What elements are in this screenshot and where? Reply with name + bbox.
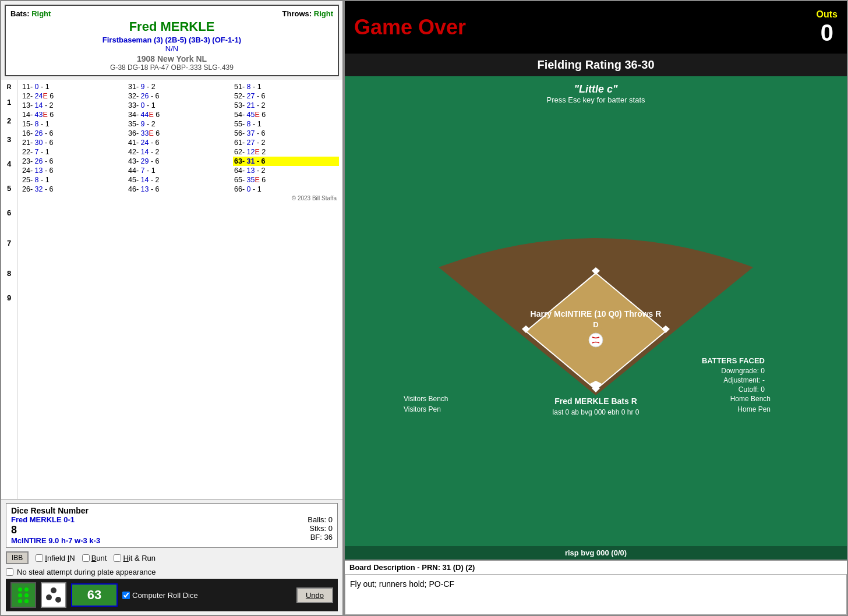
bf-row: BF: 36	[308, 533, 333, 541]
entry-63: 63- 31 - 6	[233, 157, 339, 166]
dice-dot-row-3	[18, 599, 29, 603]
entry-31: 31- 9 - 2	[127, 82, 233, 91]
entry-21: 21- 30 - 6	[21, 138, 127, 147]
white-dice	[41, 582, 66, 608]
downgrade-text: Downgrade: 0	[721, 367, 765, 375]
little-c-label: "Little c"	[345, 76, 847, 95]
bunt-checkbox[interactable]	[82, 554, 90, 562]
row-7: 7	[7, 228, 11, 258]
row-2: 2	[7, 111, 11, 130]
entry-61: 61- 27 - 2	[233, 138, 339, 147]
cutoff-text: Cutoff: 0	[739, 385, 765, 394]
entry-65: 65- 35E 6	[233, 175, 339, 185]
dice-result-section: Dice Result Number Fred MERKLE 0-1 8 McI…	[6, 503, 338, 548]
pitcher-d-text: D	[593, 320, 598, 329]
entry-25: 25- 8 - 1	[21, 175, 127, 185]
dice-result-display: 63	[71, 583, 118, 607]
balls-val: 0	[328, 515, 333, 524]
dice-result-player: Fred MERKLE 0-1	[11, 515, 100, 524]
green-dice	[10, 582, 36, 608]
no-steal-checkbox[interactable]	[6, 568, 13, 576]
bf-val: 36	[324, 533, 333, 541]
entry-64: 64- 13 - 2	[233, 166, 339, 175]
outs-value: 0	[817, 20, 838, 46]
dice-result-title: Dice Result Number	[11, 506, 333, 515]
bats-value: Right	[31, 9, 51, 18]
top-bar: Game Over Outs 0	[345, 1, 847, 54]
pitcher-name-text: Harry McINTIRE (10 Q0) Throws R	[531, 309, 662, 318]
entry-53: 53- 21 - 2	[233, 101, 339, 110]
dice-dot-row-2	[18, 593, 29, 597]
home-pen-text: Home Pen	[737, 405, 771, 413]
row-4: 4	[7, 148, 11, 179]
svg-point-2	[55, 597, 61, 603]
computer-roll-text: Computer Roll Dice	[132, 591, 198, 600]
fielding-title: Fielding Rating 36-30	[349, 58, 842, 72]
dice-result-number: 8	[11, 524, 100, 536]
entry-55: 55- 8 - 1	[233, 119, 339, 129]
card-content-area: R 1 2 3 4 5 6 7 8 9 11- 0 - 1 31- 9 - 2 …	[1, 80, 342, 499]
dice-grid: 11- 0 - 1 31- 9 - 2 51- 8 - 1 12- 24E 6 …	[21, 82, 339, 194]
entry-66: 66- 0 - 1	[233, 185, 339, 194]
hit-run-checkbox[interactable]	[114, 554, 121, 562]
entry-62: 62- 12E 2	[233, 147, 339, 157]
entry-42: 42- 14 - 2	[127, 147, 233, 157]
row-numbers: R 1 2 3 4 5 6 7 8 9	[1, 80, 17, 499]
hit-run-text: Hit & Run	[123, 554, 156, 562]
throws-label: Throws: Right	[282, 9, 333, 18]
ibb-button[interactable]: IBB	[6, 551, 29, 564]
computer-roll-label: Computer Roll Dice	[122, 591, 198, 600]
home-bench-text: Home Bench	[730, 395, 771, 403]
entry-11: 11- 0 - 1	[21, 82, 127, 91]
balls-label: Balls:	[308, 515, 326, 524]
batter-name-field: Fred MERKLE Bats R	[554, 396, 637, 406]
entry-56: 56- 37 - 6	[233, 129, 339, 138]
adjustment-text: Adjustment: -	[723, 376, 765, 384]
dot-1	[18, 587, 22, 592]
dice-roller-bar: 63 Computer Roll Dice Undo	[6, 579, 338, 611]
stks-val: 0	[328, 524, 333, 533]
white-dice-svg	[42, 583, 65, 607]
hit-run-label: Hit & Run	[114, 554, 156, 562]
board-desc-text: Fly out; runners hold; PO-CF	[350, 579, 454, 589]
undo-button[interactable]: Undo	[296, 587, 333, 603]
r-label: R	[7, 81, 12, 93]
entry-36: 36- 33E 6	[127, 129, 233, 138]
infield-in-checkbox[interactable]	[36, 554, 43, 562]
row-3: 3	[7, 130, 11, 148]
row-5: 5	[7, 179, 11, 197]
dice-dot-row-1	[18, 587, 29, 592]
svg-point-15	[589, 333, 603, 347]
row-9: 9	[7, 288, 11, 307]
batter-stats-field: last 0 ab bvg 000 ebh 0 hr 0	[553, 408, 639, 416]
entry-43: 43- 29 - 6	[127, 157, 233, 166]
infield-in-text: Infield IN	[45, 554, 75, 562]
bunt-text: Bunt	[91, 554, 107, 562]
entry-54: 54- 45E 6	[233, 110, 339, 119]
game-over-text: Game Over	[354, 15, 466, 40]
batter-risp-text: risp bvg 000 (0/0)	[565, 548, 627, 557]
entry-14: 14- 43E 6	[21, 110, 127, 119]
board-desc-content: Fly out; runners hold; PO-CF	[345, 574, 847, 615]
row-8: 8	[7, 258, 11, 288]
bats-throws-row: Bats: Right Throws: Right	[10, 9, 333, 18]
dice-pitcher: McINTIRE 9.0 h-7 w-3 k-3	[11, 536, 100, 545]
baseball-field-svg: Harry McINTIRE (10 Q0) Throws R D Fred M…	[392, 232, 800, 419]
field-container: "Little c" Press Esc key for batter stat…	[345, 76, 847, 560]
entry-51: 51- 8 - 1	[233, 82, 339, 91]
entry-33: 33- 0 - 1	[127, 101, 233, 110]
svg-point-0	[46, 594, 52, 600]
dice-result-inner: Fred MERKLE 0-1 8 McINTIRE 9.0 h-7 w-3 k…	[11, 515, 333, 545]
board-desc-label: Board Description - PRN: 31 (D) (2)	[349, 563, 475, 572]
dot-4	[24, 593, 29, 597]
visitors-bench-text: Visitors Bench	[404, 395, 448, 403]
dice-result-val: 63	[87, 587, 101, 603]
copyright: © 2023 Bill Staffa	[21, 194, 339, 203]
computer-roll-checkbox[interactable]	[122, 592, 130, 599]
left-panel: Bats: Right Throws: Right Fred MERKLE Fi…	[0, 0, 344, 616]
infield-in-label: Infield IN	[36, 554, 75, 562]
entry-15: 15- 8 - 1	[21, 119, 127, 129]
entry-24: 24- 13 - 6	[21, 166, 127, 175]
row-6: 6	[7, 197, 11, 228]
player-stats: G-38 DG-18 PA-47 OBP-.333 SLG-.439	[10, 63, 333, 72]
